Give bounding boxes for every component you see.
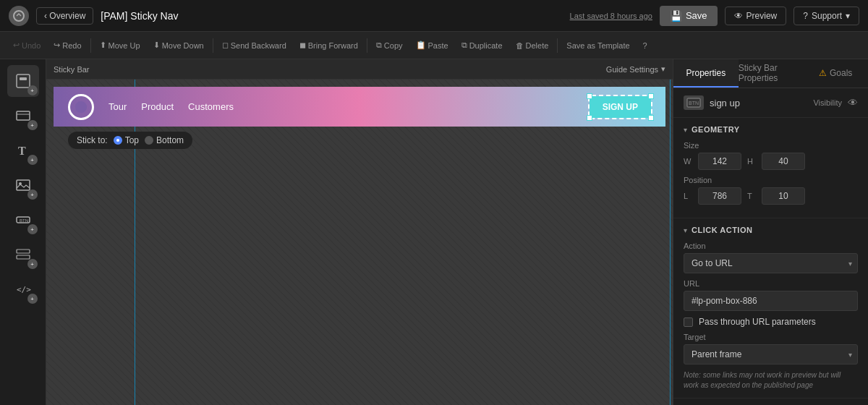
- url-label: URL: [684, 279, 858, 288]
- send-backward-button[interactable]: ◻ Send Backward: [216, 38, 292, 53]
- svg-rect-3: [17, 111, 30, 120]
- action-label: Action: [684, 242, 858, 250]
- tool-badge: +: [27, 85, 38, 95]
- h-label: H: [747, 157, 756, 166]
- action-select[interactable]: Go to URL: [684, 253, 858, 273]
- stick-to-bar: Stick to: Top Bottom: [68, 132, 192, 149]
- sidebar-tool-button[interactable]: BTN +: [7, 204, 39, 236]
- handle-top-left[interactable]: [587, 93, 592, 99]
- height-input[interactable]: [762, 153, 805, 170]
- visibility-eye-icon[interactable]: 👁: [848, 97, 858, 108]
- nav-link-tour[interactable]: Tour: [109, 101, 127, 112]
- panel-tabs: Properties Sticky Bar Properties ⚠ Goals: [673, 59, 868, 88]
- pass-through-checkbox[interactable]: [684, 317, 693, 327]
- chevron-icon: ▾: [684, 126, 687, 134]
- bring-forward-icon: ◼: [299, 40, 306, 50]
- paste-button[interactable]: 📋 Paste: [410, 38, 454, 53]
- sidebar-tool-image[interactable]: +: [7, 169, 39, 201]
- click-action-section: ▾ CLICK ACTION Action Go to URL ▾ URL: [673, 218, 868, 398]
- nav-links: Tour Product Customers: [109, 101, 234, 112]
- handle-bottom-left[interactable]: [587, 115, 592, 121]
- geometry-section-header[interactable]: ▾ GEOMETRY: [684, 125, 858, 134]
- top-radio-dot[interactable]: [114, 136, 122, 145]
- bottom-radio-dot[interactable]: [145, 136, 153, 145]
- sticky-nav-bar[interactable]: Tour Product Customers SIGN UP: [54, 87, 665, 127]
- action-row: Go to URL ▾: [684, 253, 858, 273]
- bottom-label: Bottom: [156, 135, 184, 145]
- divider: [90, 38, 91, 53]
- support-icon: ?: [803, 11, 808, 21]
- move-up-icon: ⬆: [100, 40, 106, 50]
- preview-button[interactable]: 👁 Preview: [725, 7, 787, 25]
- visibility-label: Visibility: [813, 98, 842, 107]
- support-button[interactable]: ? Support ▾: [793, 7, 859, 25]
- sidebar-tool-code[interactable]: </> +: [7, 273, 39, 305]
- save-button[interactable]: 💾 Save: [660, 6, 718, 26]
- chevron-icon: ▾: [684, 226, 687, 234]
- duplicate-button[interactable]: ⧉ Duplicate: [456, 38, 509, 53]
- last-saved-text: Last saved 8 hours ago: [570, 12, 652, 20]
- tab-properties[interactable]: Properties: [673, 59, 739, 88]
- left-input[interactable]: [698, 187, 741, 205]
- guide-settings-button[interactable]: Guide Settings ▾: [606, 64, 665, 74]
- geometry-section: ▾ GEOMETRY Size W H Position L T: [673, 118, 868, 218]
- url-input[interactable]: [684, 291, 858, 311]
- overview-button[interactable]: ‹ Overview: [36, 7, 93, 25]
- nav-cta-button[interactable]: SIGN UP: [590, 96, 651, 118]
- pass-through-label: Pass through URL parameters: [699, 317, 816, 327]
- canvas-content: Tour Product Customers SIGN UP Stick to: [46, 80, 673, 405]
- left-sidebar: + + T + + BTN: [0, 59, 46, 405]
- main-layout: + + T + + BTN: [0, 59, 868, 405]
- sidebar-tool-select[interactable]: +: [7, 65, 39, 97]
- position-label: Position: [684, 176, 858, 184]
- move-down-icon: ⬇: [153, 40, 160, 50]
- nav-logo-inner: [75, 101, 87, 113]
- undo-button[interactable]: ↩ Undo: [7, 38, 46, 53]
- tab-sticky-bar-properties[interactable]: Sticky Bar Properties: [739, 59, 804, 88]
- svg-text:BTN: BTN: [20, 218, 28, 223]
- sticky-bar-name: Sticky Bar: [54, 65, 90, 74]
- nav-link-product[interactable]: Product: [141, 101, 174, 112]
- redo-button[interactable]: ↪ Redo: [48, 38, 87, 53]
- svg-text:</>: </>: [17, 285, 31, 294]
- svg-rect-2: [20, 77, 27, 80]
- move-up-button[interactable]: ⬆ Move Up: [94, 38, 146, 53]
- click-action-header[interactable]: ▾ CLICK ACTION: [684, 226, 858, 234]
- sidebar-tool-section[interactable]: +: [7, 100, 39, 132]
- delete-button[interactable]: 🗑 Delete: [510, 38, 555, 53]
- stick-to-top-option[interactable]: Top: [114, 135, 139, 145]
- stick-to-bottom-option[interactable]: Bottom: [145, 135, 184, 145]
- chevron-down-icon: ▾: [846, 11, 850, 21]
- l-label: L: [684, 192, 692, 200]
- save-icon: 💾: [670, 10, 682, 22]
- sidebar-tool-text[interactable]: T +: [7, 135, 39, 166]
- nav-link-customers[interactable]: Customers: [188, 101, 234, 112]
- click-action-title: CLICK ACTION: [692, 226, 752, 234]
- support-label: Support: [812, 11, 842, 21]
- canvas-background: [46, 80, 673, 405]
- stick-to-label: Stick to:: [77, 135, 108, 145]
- copy-button[interactable]: ⧉ Copy: [370, 38, 409, 53]
- handle-bottom-right[interactable]: [648, 115, 654, 121]
- tool-badge: +: [27, 120, 38, 130]
- svg-point-0: [14, 11, 24, 21]
- chevron-down-icon: ▾: [661, 64, 665, 74]
- svg-rect-1: [17, 74, 30, 88]
- sidebar-tool-form[interactable]: +: [7, 239, 39, 270]
- help-button[interactable]: ?: [637, 38, 653, 53]
- tab-goals[interactable]: ⚠ Goals: [803, 59, 868, 88]
- top-input[interactable]: [762, 187, 805, 205]
- right-panel: Properties Sticky Bar Properties ⚠ Goals…: [673, 59, 868, 405]
- width-input[interactable]: [698, 153, 741, 170]
- bring-forward-button[interactable]: ◼ Bring Forward: [294, 38, 364, 53]
- canvas-area[interactable]: Sticky Bar Guide Settings ▾ Tour Product…: [46, 59, 673, 405]
- target-select[interactable]: Parent frame: [684, 344, 858, 364]
- move-down-button[interactable]: ⬇ Move Down: [148, 38, 210, 53]
- save-template-button[interactable]: Save as Template: [561, 38, 635, 53]
- divider: [367, 38, 367, 53]
- svg-rect-11: [17, 255, 30, 259]
- sticky-bar-label: Sticky Bar Guide Settings ▾: [46, 59, 673, 80]
- toolbar: ↩ Undo ↪ Redo ⬆ Move Up ⬇ Move Down ◻ Se…: [0, 32, 868, 59]
- handle-top-right[interactable]: [648, 93, 654, 99]
- size-label: Size: [684, 141, 858, 150]
